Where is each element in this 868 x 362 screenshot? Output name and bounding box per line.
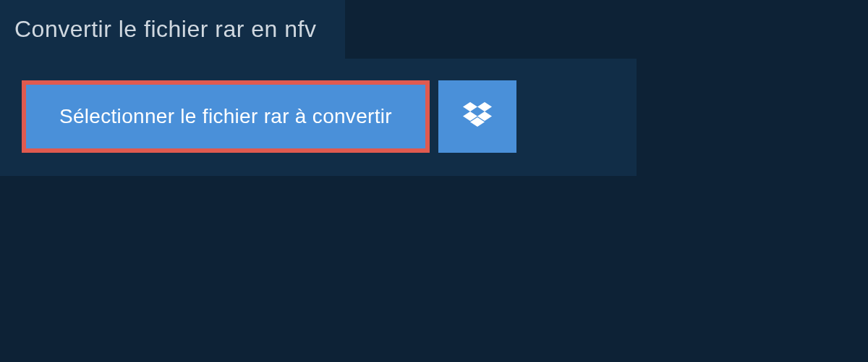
dropbox-icon [463,102,492,131]
select-file-button[interactable]: Sélectionner le fichier rar à convertir [22,80,430,153]
content-panel: Sélectionner le fichier rar à convertir [0,59,637,176]
button-row: Sélectionner le fichier rar à convertir [22,80,615,153]
select-file-label: Sélectionner le fichier rar à convertir [59,105,392,128]
header-tab: Convertir le fichier rar en nfv [0,0,345,59]
page-title: Convertir le fichier rar en nfv [14,16,316,43]
dropbox-button[interactable] [438,80,516,153]
